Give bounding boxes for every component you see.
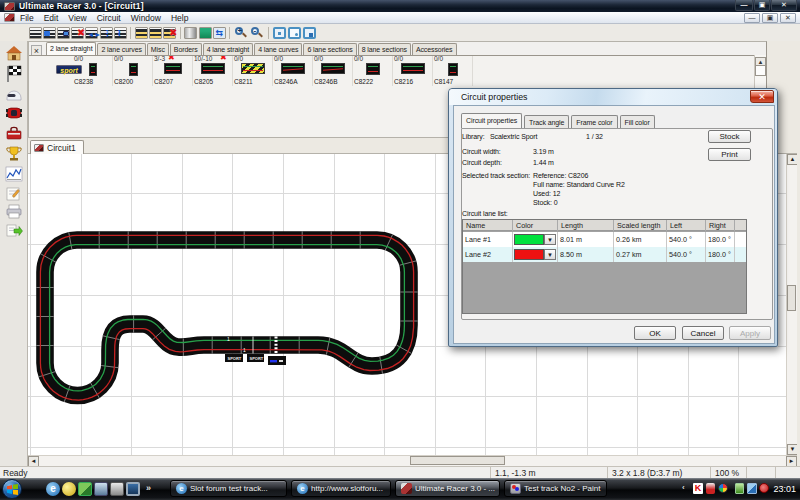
toolbox-icon[interactable] <box>5 125 23 141</box>
tab-circuit1[interactable]: Circuit1 <box>30 140 84 154</box>
quicklaunch-window-icon[interactable] <box>94 482 108 496</box>
palette-tab-borders[interactable]: Borders <box>170 43 202 55</box>
border-add-icon[interactable] <box>149 27 162 39</box>
quicklaunch-overflow-icon[interactable]: » <box>146 483 151 493</box>
helmet-icon[interactable] <box>5 86 23 102</box>
palette-item-c8246a[interactable]: 0/0 C8246A <box>273 56 313 86</box>
open-circuit-icon[interactable] <box>43 27 56 39</box>
window-minimize-button[interactable]: — <box>735 0 753 11</box>
print-button[interactable]: Print <box>708 148 751 161</box>
color-dropdown-icon[interactable]: ▼ <box>544 249 556 260</box>
export-icon[interactable] <box>5 223 23 237</box>
start-button[interactable] <box>2 479 22 499</box>
apply-button[interactable]: Apply <box>729 326 771 340</box>
border-icon[interactable] <box>135 27 148 39</box>
print-icon[interactable] <box>5 204 23 219</box>
quicklaunch-media-icon[interactable] <box>62 482 76 496</box>
task-slot-forum[interactable]: e Slot forum test track... <box>170 480 287 497</box>
join-section-icon[interactable]: ⁝ <box>114 27 127 39</box>
lane-color-cell[interactable]: ▼ <box>513 232 558 247</box>
tray-volume-muted-icon[interactable] <box>759 483 769 493</box>
car-icon[interactable] <box>5 105 23 121</box>
border-remove-icon[interactable]: ✖ <box>163 27 176 39</box>
tray-battery-icon[interactable] <box>735 483 744 494</box>
menu-edit[interactable]: Edit <box>39 12 64 24</box>
palette-tab-4-lane-curves[interactable]: 4 lane curves <box>254 43 302 55</box>
palette-tab-8-lane-sections[interactable]: 8 lane sections <box>358 43 411 55</box>
zoom-in-icon[interactable]: + <box>234 26 248 39</box>
delete-section-icon[interactable]: ✖ <box>71 27 84 39</box>
tab-fill-color[interactable]: Fill color <box>620 115 655 128</box>
palette-tab-2-lane-straight[interactable]: 2 lane straight <box>46 42 96 55</box>
palette-item-c8246b[interactable]: 0/0 C8246B <box>313 56 353 86</box>
palette-tab-accessories[interactable]: Accessories <box>412 43 457 55</box>
canvas-horizontal-scrollbar[interactable]: ◄ ► <box>28 455 797 466</box>
tray-browser-icon[interactable] <box>718 483 728 493</box>
menu-window[interactable]: Window <box>126 12 166 24</box>
pillar-icon[interactable] <box>184 27 197 39</box>
dialog-close-button[interactable]: ✕ <box>750 90 774 103</box>
palette-item-c8238[interactable]: 0/0 C8238 <box>73 56 113 86</box>
palette-tab-6-lane-sections[interactable]: 6 lane sections <box>303 43 356 55</box>
lane1-color-swatch[interactable] <box>514 234 544 245</box>
menu-file[interactable]: File <box>15 12 39 24</box>
scroll-thumb[interactable] <box>755 65 766 76</box>
palette-item-c8216[interactable]: 0/0 C8216 <box>393 56 433 86</box>
cancel-button[interactable]: Cancel <box>682 326 724 340</box>
tray-expand-icon[interactable]: ‹ <box>682 483 685 492</box>
ok-button[interactable]: OK <box>634 326 676 340</box>
lane-color-cell[interactable]: ▼ <box>513 247 558 262</box>
zoom-region-icon[interactable] <box>288 27 301 39</box>
palette-item-c8205[interactable]: 10/-10✖ C8205 <box>193 56 233 86</box>
palette-item-c8200[interactable]: 0/0 C8200 <box>113 56 153 86</box>
notes-icon[interactable] <box>5 186 23 201</box>
dialog-titlebar[interactable]: Circuit properties <box>449 89 777 105</box>
palette-item-c8207[interactable]: 3/-3✖ C8207 <box>153 56 193 86</box>
window-close-button[interactable]: ✕ <box>771 0 797 11</box>
move-section-icon[interactable]: ◄► <box>85 27 98 39</box>
table-row-lane1[interactable]: Lane #1 ▼ 8.01 m 0.26 km 540.0 ° 180.0 ° <box>463 232 746 247</box>
color-dropdown-icon[interactable]: ▼ <box>544 234 556 245</box>
trophy-icon[interactable] <box>5 145 23 162</box>
swap-lanes-icon[interactable]: ⇆ <box>213 27 226 39</box>
snapshot-icon[interactable] <box>199 27 212 39</box>
quicklaunch-display-icon[interactable] <box>126 482 140 496</box>
palette-tab-misc[interactable]: Misc <box>147 43 169 55</box>
task-slotforum-url[interactable]: e http://www.slotforu... <box>291 480 391 497</box>
tray-network-icon[interactable] <box>747 483 757 494</box>
quicklaunch-explorer-icon[interactable] <box>110 482 124 496</box>
palette-item-c8147[interactable]: 0/0 C8147 <box>433 56 473 86</box>
pan-view-icon[interactable] <box>303 27 316 39</box>
zoom-out-icon[interactable]: - <box>250 26 264 39</box>
task-paint[interactable]: Test track No2 - Paint <box>504 480 607 497</box>
quicklaunch-ie-icon[interactable]: e <box>46 482 60 496</box>
menu-help[interactable]: Help <box>166 12 193 24</box>
tab-frame-color[interactable]: Frame color <box>571 115 617 128</box>
mdi-minimize-button[interactable]: — <box>744 13 760 23</box>
split-section-icon[interactable]: ⋮ <box>100 27 113 39</box>
table-row-lane2[interactable]: Lane #2 ▼ 8.50 m 0.27 km 540.0 ° 180.0 ° <box>463 247 746 262</box>
menu-circuit[interactable]: Circuit <box>92 12 126 24</box>
scroll-thumb[interactable] <box>787 285 796 311</box>
quicklaunch-photo-icon[interactable] <box>78 482 92 496</box>
palette-item-c8222[interactable]: 0/0 C8222 <box>353 56 393 86</box>
palette-tab-4-lane-straight[interactable]: 4 lane straight <box>203 43 253 55</box>
canvas-vertical-scrollbar[interactable]: ▲ ▼ <box>786 154 797 455</box>
palette-item-c8211[interactable]: 0/0 C8211 <box>233 56 273 86</box>
palette-tab-2-lane-curves[interactable]: 2 lane curves <box>97 43 145 55</box>
mdi-close-button[interactable]: ✕ <box>780 13 796 23</box>
menu-view[interactable]: View <box>63 12 91 24</box>
mdi-restore-button[interactable]: ▣ <box>762 13 778 23</box>
window-maximize-button[interactable]: ▣ <box>754 0 770 11</box>
tray-phone-icon[interactable] <box>706 483 715 494</box>
task-ultimate-racer[interactable]: Ultimate Racer 3.0 - ... <box>395 480 500 497</box>
new-circuit-icon[interactable] <box>29 27 42 39</box>
tray-antivirus-icon[interactable]: K <box>693 483 703 494</box>
lane2-color-swatch[interactable] <box>514 249 544 260</box>
tab-track-angle[interactable]: Track angle <box>524 115 569 128</box>
race-flag-icon[interactable] <box>5 65 23 82</box>
tab-circuit-properties[interactable]: Circuit properties <box>461 113 522 128</box>
home-icon[interactable] <box>5 45 23 61</box>
scroll-thumb[interactable] <box>410 456 505 465</box>
stock-button[interactable]: Stock <box>708 130 751 143</box>
